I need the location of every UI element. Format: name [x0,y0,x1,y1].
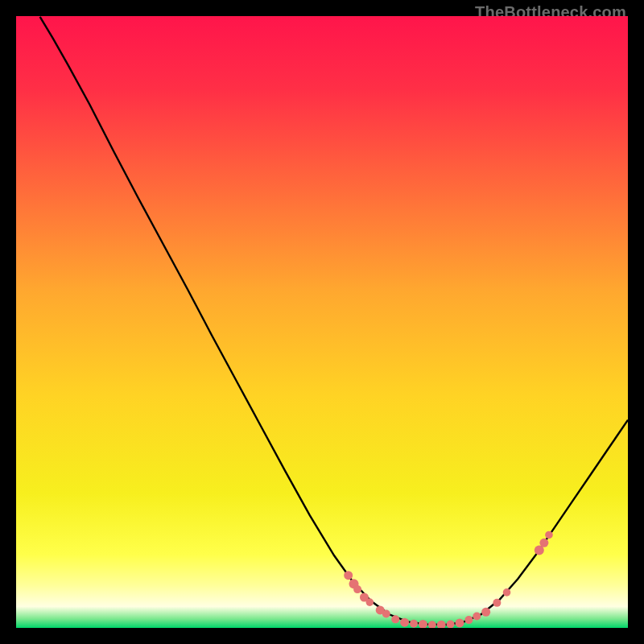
data-marker [464,616,473,624]
data-marker [382,610,390,618]
data-marker [400,618,409,627]
data-marker [456,618,464,627]
data-marker [353,585,361,593]
data-marker [545,531,553,539]
plot-area [16,16,628,628]
bottleneck-curve [40,17,628,625]
data-marker [428,621,436,628]
data-marker [503,588,511,597]
data-marker [410,620,418,628]
data-marker [539,539,548,547]
data-marker [419,620,427,628]
data-marker [437,621,446,628]
data-marker [447,620,455,628]
curve-layer [16,16,628,628]
chart-container: TheBottleneck.com [0,0,644,644]
data-marker [365,598,374,606]
data-marker [473,613,481,621]
data-marker [391,615,399,623]
data-marker [493,599,501,607]
data-markers [344,531,553,628]
data-marker [481,608,490,617]
data-marker [344,571,353,580]
